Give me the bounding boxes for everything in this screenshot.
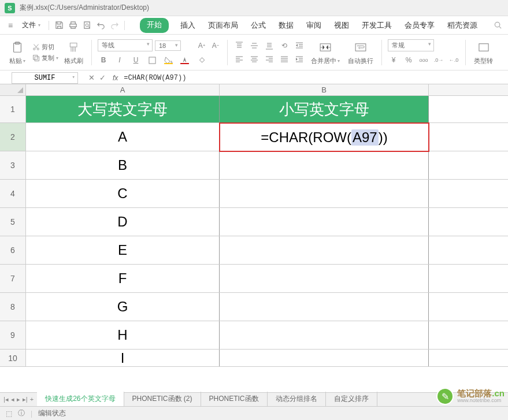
cell-a9[interactable]: H <box>26 321 220 349</box>
search-icon[interactable] <box>492 20 503 31</box>
thousands-icon[interactable]: ooo <box>418 55 429 65</box>
increase-indent-icon[interactable] <box>294 54 305 65</box>
row-header-3[interactable]: 3 <box>0 151 26 179</box>
cell-b8[interactable] <box>220 293 429 321</box>
print-icon[interactable] <box>66 19 79 32</box>
save-icon[interactable] <box>53 19 65 32</box>
paste-icon[interactable] <box>8 39 27 55</box>
row-header-8[interactable]: 8 <box>0 293 26 321</box>
cell-a3[interactable]: B <box>26 151 220 179</box>
tab-first-icon[interactable]: |◂ <box>3 396 9 403</box>
sheet-tab-4[interactable]: 动态分组排名 <box>268 392 326 407</box>
row-header-5[interactable]: 5 <box>0 208 26 236</box>
font-size-select[interactable]: 18 <box>155 40 181 51</box>
cell-a6[interactable]: E <box>26 236 220 264</box>
tab-view[interactable]: 视图 <box>333 18 350 33</box>
align-bottom-icon[interactable] <box>264 40 275 51</box>
cell-b1[interactable]: 小写英文字母 <box>220 96 429 122</box>
file-menu[interactable]: 文件▾ <box>17 18 45 32</box>
row-header-7[interactable]: 7 <box>0 265 26 292</box>
hamburger-icon[interactable]: ≡ <box>5 20 16 31</box>
cell-a2[interactable]: A <box>26 123 220 151</box>
redo-icon[interactable] <box>108 19 121 32</box>
sheet-tab-1[interactable]: 快速生成26个英文字母 <box>37 392 124 407</box>
tab-start[interactable]: 开始 <box>140 18 169 33</box>
undo-icon[interactable] <box>94 19 107 32</box>
col-header-a[interactable]: A <box>26 84 220 95</box>
tab-review[interactable]: 审阅 <box>305 18 322 33</box>
print-preview-icon[interactable] <box>80 19 93 32</box>
decrease-decimal-icon[interactable]: ←.0 <box>448 55 459 65</box>
cell-a10[interactable]: I <box>26 350 220 366</box>
number-format-select[interactable]: 常规 <box>388 39 434 51</box>
cell-a7[interactable]: F <box>26 265 220 292</box>
tab-page-layout[interactable]: 页面布局 <box>207 18 239 33</box>
align-left-icon[interactable] <box>233 54 245 65</box>
cell-b9[interactable] <box>220 321 429 349</box>
cell-a4[interactable]: C <box>26 180 220 207</box>
fx-label[interactable]: fx <box>113 74 118 82</box>
font-color-button[interactable] <box>179 55 190 65</box>
type-convert-button[interactable]: 类型转 <box>472 39 495 65</box>
row-header-2[interactable]: 2 <box>0 123 26 151</box>
tab-last-icon[interactable]: ▸| <box>23 396 28 403</box>
decrease-indent-icon[interactable] <box>294 40 305 51</box>
fill-color-button[interactable] <box>162 55 174 65</box>
col-header-b[interactable]: B <box>220 84 429 95</box>
italic-button[interactable]: I <box>114 55 125 65</box>
align-center-icon[interactable] <box>249 54 260 65</box>
input-mode-icon[interactable]: ⬚ <box>6 410 12 418</box>
tab-prev-icon[interactable]: ◂ <box>11 396 14 403</box>
percent-icon[interactable]: % <box>403 55 414 65</box>
copy-button[interactable]: 复制▾ <box>32 54 58 62</box>
row-header-6[interactable]: 6 <box>0 236 26 264</box>
increase-font-icon[interactable]: A+ <box>196 40 207 51</box>
decrease-font-icon[interactable]: A− <box>210 40 221 51</box>
row-header-1[interactable]: 1 <box>0 96 26 122</box>
accept-formula-icon[interactable]: ✓ <box>99 73 106 82</box>
cancel-formula-icon[interactable]: ✕ <box>88 73 95 82</box>
cell-a1[interactable]: 大写英文字母 <box>26 96 220 122</box>
tab-resources[interactable]: 稻壳资源 <box>446 18 479 33</box>
orientation-icon[interactable]: ⟲ <box>279 40 290 51</box>
accessibility-icon[interactable]: ⓘ <box>18 408 25 418</box>
align-middle-icon[interactable] <box>249 40 260 51</box>
cell-b4[interactable] <box>220 180 429 207</box>
name-box[interactable]: SUMIF <box>12 72 78 84</box>
cell-b5[interactable] <box>220 208 429 236</box>
bold-button[interactable]: B <box>98 55 109 65</box>
border-button[interactable] <box>146 55 158 65</box>
align-top-icon[interactable] <box>233 40 245 51</box>
font-name-select[interactable]: 等线 <box>98 39 153 51</box>
sheet-tab-3[interactable]: PHONETIC函数 <box>201 392 268 407</box>
tab-insert[interactable]: 插入 <box>179 18 196 33</box>
cell-b3[interactable] <box>220 151 429 179</box>
wrap-text-button[interactable]: 自动换行 <box>346 39 376 65</box>
cell-a5[interactable]: D <box>26 208 220 236</box>
tab-next-icon[interactable]: ▸ <box>17 396 20 403</box>
tab-developer[interactable]: 开发工具 <box>361 18 393 33</box>
sheet-tab-5[interactable]: 自定义排序 <box>326 392 377 407</box>
currency-icon[interactable]: ¥ <box>388 55 399 65</box>
cell-b6[interactable] <box>220 236 429 264</box>
row-header-10[interactable]: 10 <box>0 350 26 366</box>
cut-button[interactable]: 剪切 <box>32 43 58 51</box>
tab-formula[interactable]: 公式 <box>250 18 267 33</box>
merge-center-button[interactable]: 合并居中▾ <box>309 39 342 65</box>
tab-data[interactable]: 数据 <box>277 18 295 33</box>
cell-b2[interactable] <box>220 123 429 151</box>
paste-group[interactable]: 粘贴▾ <box>6 39 29 65</box>
underline-button[interactable]: U <box>130 55 142 65</box>
cell-b10[interactable] <box>220 350 429 366</box>
tab-member[interactable]: 会员专享 <box>403 18 436 33</box>
format-painter-button[interactable]: 格式刷 <box>62 39 86 65</box>
align-right-icon[interactable] <box>264 54 275 65</box>
tab-add-icon[interactable]: + <box>30 396 34 403</box>
clear-format-icon[interactable]: ◇ <box>196 54 207 65</box>
row-header-4[interactable]: 4 <box>0 180 26 207</box>
sheet-tab-2[interactable]: PHONETIC函数 (2) <box>124 392 201 407</box>
cell-b7[interactable] <box>220 265 429 292</box>
row-header-9[interactable]: 9 <box>0 321 26 349</box>
select-all-corner[interactable] <box>0 84 26 95</box>
cell-a8[interactable]: G <box>26 293 220 321</box>
